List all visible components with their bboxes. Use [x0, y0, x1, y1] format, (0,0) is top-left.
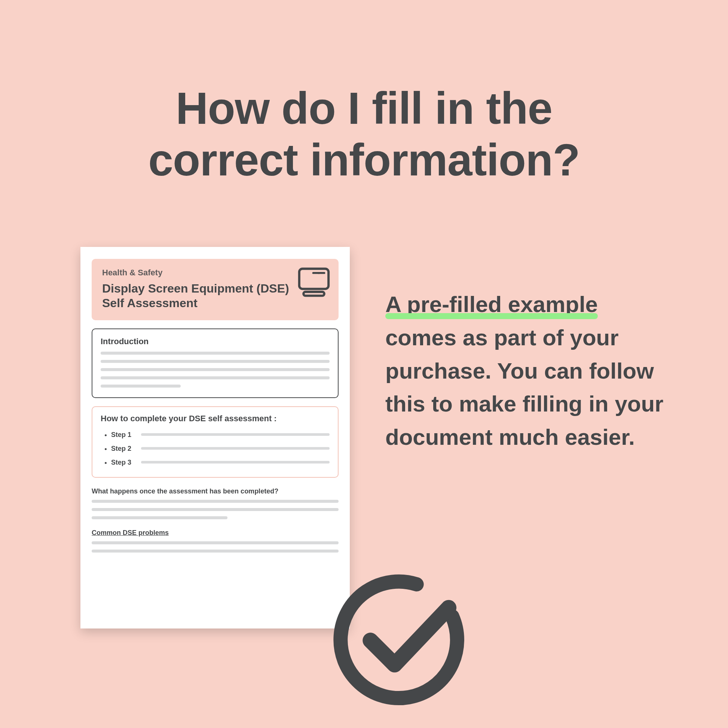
steps-box: How to complete your DSE self assessment… — [92, 406, 338, 478]
description-rest: comes as part of your purchase. You can … — [385, 325, 663, 450]
step-item: Step 2 — [111, 442, 330, 456]
svg-rect-3 — [303, 292, 324, 295]
heading-line-1: How do I fill in the — [176, 83, 552, 133]
section-a-title: What happens once the assessment has bee… — [92, 488, 338, 495]
description-text: A pre-filled example comes as part of yo… — [385, 288, 666, 454]
steps-list: Step 1 Step 2 Step 3 — [101, 428, 330, 470]
intro-placeholder-lines — [101, 352, 330, 388]
document-preview: Health & Safety Display Screen Equipment… — [80, 247, 350, 629]
section-b-lines — [92, 541, 338, 552]
highlighted-phrase: A pre-filled example — [385, 292, 598, 317]
steps-label: How to complete your DSE self assessment… — [101, 414, 330, 424]
svg-rect-0 — [299, 269, 329, 289]
main-heading: How do I fill in the correct information… — [0, 82, 728, 185]
monitor-icon — [297, 267, 330, 297]
heading-line-2: correct information? — [148, 135, 580, 185]
section-a-lines — [92, 500, 338, 519]
section-b-title: Common DSE problems — [92, 529, 338, 537]
step-item: Step 1 — [111, 428, 330, 442]
intro-label: Introduction — [101, 337, 330, 346]
document-header: Health & Safety Display Screen Equipment… — [92, 259, 338, 320]
header-kicker: Health & Safety — [102, 268, 328, 278]
header-title: Display Screen Equipment (DSE) Self Asse… — [102, 281, 289, 310]
intro-box: Introduction — [92, 329, 338, 398]
checkmark-circle-icon — [329, 569, 471, 711]
step-item: Step 3 — [111, 456, 330, 470]
